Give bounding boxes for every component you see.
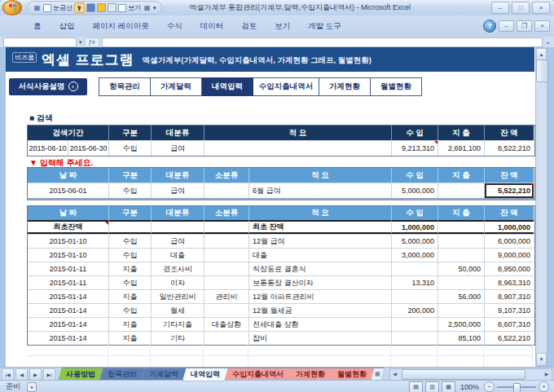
- ledger-cell[interactable]: 대출상환: [204, 317, 249, 331]
- ribbon-tab-3[interactable]: 수식: [158, 18, 191, 34]
- ledger-cell[interactable]: 최초 잔액: [249, 220, 392, 234]
- sheet-tab-3[interactable]: 내역입력: [182, 368, 228, 381]
- zoom-level-label[interactable]: 100%: [460, 383, 479, 391]
- ledger-cell[interactable]: 200,000: [392, 303, 438, 317]
- formula-input[interactable]: [102, 37, 543, 47]
- scroll-down-icon[interactable]: ▼: [536, 353, 547, 366]
- minimize-button[interactable]: –: [491, 2, 509, 14]
- empty-cell[interactable]: [204, 345, 248, 356]
- ledger-cell[interactable]: 수입: [109, 303, 152, 317]
- name-box-dropdown-icon[interactable]: ▾: [79, 39, 82, 46]
- qat-dropdown-icon[interactable]: ▾: [153, 5, 156, 11]
- ledger-cell[interactable]: [204, 262, 249, 275]
- ledger-cell[interactable]: 최초잔액: [28, 220, 109, 234]
- nav-menu-button-5[interactable]: 월별현황: [371, 77, 422, 96]
- last-sheet-icon[interactable]: ▶|: [43, 368, 55, 381]
- ledger-cell[interactable]: 56,000: [438, 289, 485, 303]
- ledger-cell[interactable]: 2015-01-10: [28, 248, 109, 262]
- ribbon-tab-2[interactable]: 페이지 레이아웃: [84, 18, 158, 34]
- ledger-cell[interactable]: 수입: [109, 234, 152, 248]
- empty-cell[interactable]: [151, 356, 204, 368]
- sheet-tab-6[interactable]: 월별현황: [329, 368, 375, 381]
- ledger-cell[interactable]: 12월 아파트관리비: [249, 289, 392, 303]
- entry-category-cell[interactable]: 급여: [152, 183, 204, 198]
- workbook-restore-button[interactable]: ❐: [517, 20, 532, 32]
- ledger-cell[interactable]: 직장동료 결혼식: [249, 262, 392, 275]
- empty-cell[interactable]: [204, 356, 248, 368]
- entry-type-cell[interactable]: 수입: [109, 183, 152, 198]
- empty-cell[interactable]: [437, 356, 484, 368]
- nav-menu-button-1[interactable]: 가계달력: [151, 77, 202, 96]
- ledger-cell[interactable]: [392, 262, 438, 275]
- ledger-cell[interactable]: [204, 220, 249, 234]
- cursor-icon[interactable]: [74, 2, 85, 13]
- print-preview-icon[interactable]: [108, 3, 117, 12]
- gridlines-checkbox[interactable]: [43, 4, 51, 12]
- save-icon[interactable]: [86, 3, 95, 12]
- empty-cell[interactable]: [248, 356, 391, 368]
- hscroll-right-icon[interactable]: ▶: [542, 369, 552, 378]
- name-box[interactable]: [3, 37, 77, 47]
- sheet-tab-4[interactable]: 수입지출내역서: [224, 368, 292, 381]
- ledger-cell[interactable]: 기타지출: [152, 317, 204, 331]
- ledger-cell[interactable]: 이자: [152, 275, 204, 289]
- ledger-cell[interactable]: [392, 317, 438, 331]
- ledger-cell[interactable]: 보통통장 결산이자: [249, 275, 392, 289]
- ledger-cell[interactable]: [392, 331, 438, 345]
- ledger-cell[interactable]: 85,100: [438, 331, 485, 345]
- guide-button[interactable]: 서식사용설명 ›: [9, 78, 87, 95]
- ledger-cell[interactable]: 9,107,310: [485, 303, 534, 317]
- empty-cell[interactable]: [27, 345, 108, 356]
- ledger-cell[interactable]: 월세: [152, 303, 204, 317]
- empty-cell[interactable]: [248, 345, 391, 356]
- view-normal-icon[interactable]: ▤: [409, 381, 423, 392]
- prev-sheet-icon[interactable]: ◀: [15, 368, 28, 381]
- ledger-cell[interactable]: 기타: [152, 331, 204, 345]
- ledger-cell[interactable]: 8,963,310: [485, 275, 534, 289]
- search-type-cell[interactable]: 수입: [109, 140, 152, 156]
- ledger-cell[interactable]: 2015-01-14: [28, 331, 109, 345]
- formula-bar-expand-icon[interactable]: ⌄: [545, 38, 551, 46]
- ledger-cell[interactable]: [438, 220, 485, 234]
- workbook-close-button[interactable]: ×: [534, 20, 550, 32]
- ledger-cell[interactable]: 수입: [109, 275, 152, 289]
- ribbon-tab-5[interactable]: 검토: [232, 18, 266, 34]
- help-icon[interactable]: ?: [483, 20, 496, 33]
- ledger-cell[interactable]: [109, 220, 152, 234]
- ledger-cell[interactable]: [204, 275, 249, 289]
- view-checkbox[interactable]: [118, 4, 126, 12]
- ledger-cell[interactable]: 3,000,000: [392, 248, 438, 262]
- entry-desc-cell[interactable]: 6월 급여: [249, 183, 392, 198]
- borders-icon[interactable]: ▦: [143, 3, 152, 12]
- empty-cell[interactable]: [27, 356, 108, 368]
- ledger-cell[interactable]: 13,310: [392, 275, 438, 289]
- ribbon-tab-7[interactable]: 개발 도구: [299, 18, 350, 34]
- ledger-cell[interactable]: 대출: [249, 248, 392, 262]
- ledger-cell[interactable]: 급여: [152, 234, 204, 248]
- search-category-cell[interactable]: 급여: [152, 140, 204, 156]
- ledger-cell[interactable]: 5,000,000: [392, 234, 438, 248]
- ledger-cell[interactable]: 6,522,210: [485, 331, 534, 345]
- ledger-cell[interactable]: 12월 급여: [249, 234, 392, 248]
- ledger-cell[interactable]: 1,000,000: [485, 220, 534, 234]
- sheet-tab-5[interactable]: 가계현황: [288, 368, 333, 381]
- ledger-cell[interactable]: 1,000,000: [392, 220, 438, 234]
- ledger-cell[interactable]: [204, 331, 249, 345]
- ledger-cell[interactable]: 관리비: [204, 289, 249, 303]
- vertical-scrollbar[interactable]: ▲ ▼: [535, 47, 547, 367]
- ledger-cell[interactable]: 6,000,000: [485, 234, 534, 248]
- ledger-cell[interactable]: 6,607,310: [485, 317, 534, 331]
- ribbon-tab-6[interactable]: 보기: [266, 18, 299, 34]
- vertical-scroll-thumb[interactable]: [536, 59, 548, 82]
- ledger-cell[interactable]: 일반관리비: [152, 289, 204, 303]
- close-button[interactable]: ×: [532, 2, 550, 14]
- ledger-cell[interactable]: [204, 248, 249, 262]
- view-page-layout-icon[interactable]: ▥: [425, 381, 439, 392]
- maximize-button[interactable]: □: [512, 2, 530, 14]
- search-income-cell[interactable]: 9,213,310: [392, 140, 438, 156]
- zoom-in-icon[interactable]: +: [539, 381, 549, 392]
- entry-income-cell[interactable]: 5,000,000: [392, 183, 438, 198]
- ribbon-tab-0[interactable]: 홈: [24, 18, 51, 34]
- fx-icon[interactable]: ƒx: [85, 37, 99, 47]
- nav-menu-button-4[interactable]: 가계현황: [319, 77, 371, 96]
